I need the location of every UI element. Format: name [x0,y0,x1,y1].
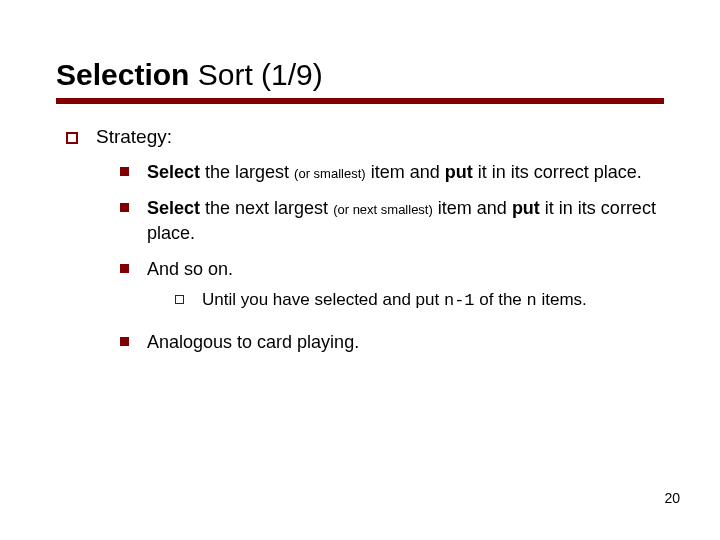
list-item: And so on. Until you have selected and p… [120,257,664,312]
square-filled-icon [120,337,129,346]
square-filled-icon [120,203,129,212]
item-text: Select the largest (or smallest) item an… [147,160,664,184]
item-text: Analogous to card playing. [147,330,664,354]
square-open-icon [66,132,78,144]
strategy-heading: Strategy: [96,126,664,148]
list-item: Analogous to card playing. [120,330,664,354]
square-filled-icon [120,264,129,273]
title-rule [56,98,664,104]
square-open-small-icon [175,295,184,304]
subitem-text: Until you have selected and put n-1 of t… [202,289,664,312]
slide-title: Selection Sort (1/9) [56,58,664,92]
list-item: Select the largest (or smallest) item an… [120,160,664,184]
item-text: Select the next largest (or next smalles… [147,196,664,245]
list-item: Select the next largest (or next smalles… [120,196,664,245]
square-filled-icon [120,167,129,176]
page-number: 20 [664,490,680,506]
item-text: And so on. Until you have selected and p… [147,257,664,312]
